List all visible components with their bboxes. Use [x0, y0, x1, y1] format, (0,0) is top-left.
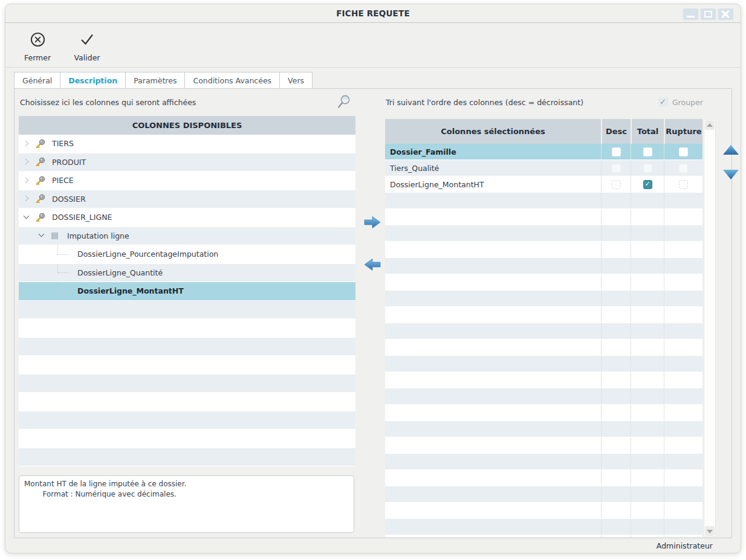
table-row[interactable]: Dossier_Famille	[385, 144, 702, 160]
tree-item[interactable]: DossierLigne_MontantHT	[19, 282, 355, 301]
minimize-icon[interactable]	[683, 8, 698, 20]
selected-columns-table: Dossier_FamilleTiers_QualitéDossierLigne…	[385, 144, 702, 537]
rupture-checkbox[interactable]	[679, 147, 688, 156]
desc-checkbox[interactable]	[612, 164, 621, 173]
table-icon	[50, 231, 62, 240]
tree-item[interactable]: PRODUIT	[19, 153, 355, 172]
key-icon	[35, 156, 47, 167]
table-empty-row	[385, 258, 702, 274]
table-empty-row	[385, 209, 702, 225]
table-empty-row	[385, 454, 702, 470]
fermer-button[interactable]: Fermer	[18, 28, 57, 62]
desc-checkbox[interactable]	[612, 180, 621, 189]
table-empty-row	[385, 421, 702, 437]
window-controls	[683, 8, 733, 20]
tree-item[interactable]: DOSSIER	[19, 190, 355, 209]
total-checkbox[interactable]	[643, 147, 652, 156]
tree-item-label: DossierLigne_PourcentageImputation	[77, 249, 218, 259]
tree-item[interactable]: DOSSIER_LIGNE	[19, 208, 355, 227]
valider-button[interactable]: Valider	[67, 28, 107, 62]
tree-item[interactable]: TIERS	[19, 135, 355, 153]
tab-general[interactable]: Général	[14, 72, 60, 89]
column-header-selected: Colonnes sélectionnées	[385, 119, 601, 144]
tab-description[interactable]: Description	[60, 72, 126, 89]
title-bar: FICHE REQUETE	[5, 4, 741, 23]
move-right-arrow-icon[interactable]	[363, 215, 383, 231]
status-user: Administrateur	[657, 541, 713, 550]
table-empty-row	[385, 503, 702, 519]
tree-item-label: PIECE	[52, 176, 74, 185]
chevron-down-icon[interactable]	[37, 231, 46, 240]
total-checkbox[interactable]	[643, 164, 652, 173]
tab-strip: Général Description Paramètres Condition…	[14, 72, 312, 89]
tree-empty-row	[19, 338, 355, 356]
field-description: Montant HT de la ligne imputée à ce doss…	[19, 475, 354, 533]
table-empty-row	[385, 372, 702, 388]
tab-conditions-avancees[interactable]: Conditions Avancées	[184, 72, 280, 89]
grouper-label: Grouper	[672, 98, 703, 107]
rupture-checkbox[interactable]	[679, 164, 688, 173]
table-empty-row	[385, 437, 702, 454]
tree-connector	[57, 282, 71, 300]
table-empty-row	[385, 405, 702, 421]
tree-item[interactable]: DossierLigne_Quantité	[19, 264, 355, 283]
chevron-down-icon[interactable]	[22, 213, 31, 222]
key-icon	[35, 175, 47, 186]
tab-parametres[interactable]: Paramètres	[125, 72, 185, 89]
fermer-label: Fermer	[18, 53, 57, 62]
tree-connector	[57, 264, 71, 282]
grouper-control: Grouper	[658, 97, 703, 107]
scroll-up-icon[interactable]	[705, 120, 715, 130]
tree-item-label: TIERS	[52, 139, 74, 148]
scroll-down-icon[interactable]	[705, 526, 715, 536]
column-header-rupture: Rupture	[664, 119, 702, 144]
chevron-right-icon[interactable]	[22, 158, 31, 166]
search-icon[interactable]	[336, 93, 352, 111]
key-icon	[35, 193, 47, 204]
available-columns-header: COLONNES DISPONIBLES	[19, 116, 355, 135]
selected-column-label: DossierLigne_MontantHT	[385, 176, 601, 192]
move-left-arrow-icon[interactable]	[363, 257, 383, 273]
tree-empty-row	[19, 319, 355, 338]
table-empty-row	[385, 242, 702, 258]
table-empty-row	[385, 356, 702, 372]
tree-item[interactable]: PIECE	[19, 172, 355, 190]
chevron-right-icon[interactable]	[22, 140, 31, 148]
left-instruction: Choisissez ici les colonnes qui seront a…	[20, 98, 196, 107]
close-icon[interactable]	[718, 8, 733, 20]
tree-item-label: PRODUIT	[52, 158, 86, 167]
chevron-right-icon[interactable]	[22, 176, 31, 185]
toolbar: Fermer Valider	[5, 23, 741, 68]
chevron-right-icon[interactable]	[22, 195, 31, 203]
table-scrollbar[interactable]	[704, 119, 716, 537]
fiche-requete-window: FICHE REQUETE Fermer Valider Général Des…	[5, 4, 741, 553]
tree-item-label: Imputation ligne	[67, 231, 129, 240]
window-title: FICHE REQUETE	[5, 8, 741, 18]
tree-item[interactable]: Imputation ligne	[19, 227, 355, 246]
tree-empty-row	[19, 356, 355, 375]
table-empty-row	[385, 519, 702, 535]
tree-empty-row	[19, 448, 355, 467]
grouper-checkbox	[658, 97, 668, 107]
table-empty-row	[385, 388, 702, 405]
table-row[interactable]: DossierLigne_MontantHT	[385, 176, 702, 193]
table-empty-row	[385, 291, 702, 307]
tree-connector	[57, 245, 71, 263]
tab-vers[interactable]: Vers	[279, 72, 313, 89]
maximize-icon[interactable]	[701, 8, 716, 20]
tree-empty-row	[19, 430, 355, 448]
move-row-up-icon[interactable]	[722, 144, 740, 156]
tree-item-label: DossierLigne_MontantHT	[77, 286, 184, 295]
desc-checkbox[interactable]	[612, 147, 621, 156]
valider-label: Valider	[67, 53, 107, 62]
table-row[interactable]: Tiers_Qualité	[385, 160, 702, 176]
total-checkbox[interactable]	[643, 180, 652, 189]
tree-item-label: DOSSIER	[52, 195, 86, 204]
table-empty-row	[385, 470, 702, 486]
column-header-total: Total	[631, 119, 664, 144]
table-empty-row	[385, 193, 702, 209]
tree-item-label: DOSSIER_LIGNE	[52, 213, 112, 222]
tree-item[interactable]: DossierLigne_PourcentageImputation	[19, 245, 355, 264]
move-row-down-icon[interactable]	[722, 169, 740, 181]
rupture-checkbox[interactable]	[679, 180, 688, 189]
